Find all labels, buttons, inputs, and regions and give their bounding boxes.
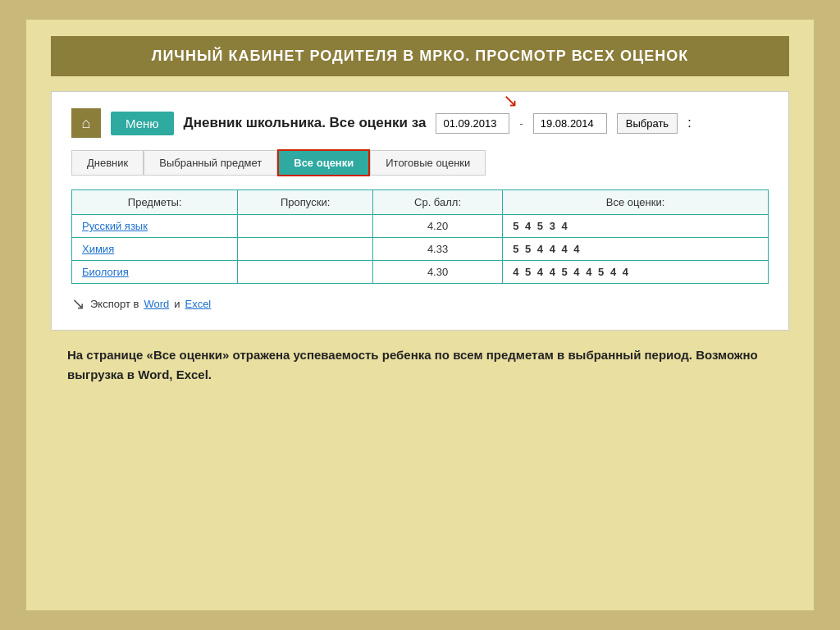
subject-cell: Биология	[72, 261, 238, 284]
tab-subject-label: Выбранный предмет	[159, 157, 262, 169]
export-word-link[interactable]: Word	[144, 298, 169, 310]
avg-cell: 4.33	[372, 238, 502, 261]
export-row: ↘ Экспорт в Word и Excel	[71, 294, 769, 313]
subject-link[interactable]: Русский язык	[82, 220, 148, 232]
grades-cell: 4 5 4 4 5 4 4 5 4 4	[503, 261, 769, 284]
tab-diary-label: Дневник	[87, 157, 128, 169]
export-arrow-icon: ↘	[71, 294, 85, 313]
home-icon: ⌂	[82, 115, 91, 132]
date-from-input[interactable]	[436, 113, 509, 134]
table-row: Химия4.335 5 4 4 4 4	[72, 238, 769, 261]
menu-button[interactable]: Меню	[111, 112, 174, 135]
bottom-text-content: На странице «Все оценки» отражена успева…	[67, 348, 758, 381]
excel-link-text: Excel	[185, 298, 211, 310]
date-separator: -	[519, 117, 523, 130]
subject-link[interactable]: Химия	[82, 243, 114, 255]
export-excel-link[interactable]: Excel	[185, 298, 211, 310]
diary-title: Дневник школьника. Все оценки за	[184, 115, 427, 131]
slide-container: ЛИЧНЫЙ КАБИНЕТ РОДИТЕЛЯ В МРКО. ПРОСМОТР…	[26, 20, 814, 610]
tab-final-grades[interactable]: Итоговые оценки	[370, 150, 486, 176]
export-label-before: Экспорт в	[90, 298, 139, 310]
absences-cell	[238, 261, 373, 284]
table-row: Русский язык4.205 4 5 3 4	[72, 215, 769, 238]
choose-label: Выбрать	[626, 117, 669, 130]
title-text: ЛИЧНЫЙ КАБИНЕТ РОДИТЕЛЯ В МРКО. ПРОСМОТР…	[152, 48, 688, 64]
word-link-text: Word	[144, 298, 169, 310]
avg-cell: 4.20	[372, 215, 502, 238]
date-from-container: ↘	[436, 113, 509, 134]
grades-cell: 5 4 5 3 4	[503, 215, 769, 238]
subject-cell: Химия	[72, 238, 238, 261]
absences-cell	[238, 215, 373, 238]
col-subjects: Предметы:	[72, 190, 238, 215]
content-area: ⌂ Меню Дневник школьника. Все оценки за …	[51, 91, 789, 331]
tab-all-grades[interactable]: Все оценки	[277, 149, 370, 176]
col-grades: Все оценки:	[503, 190, 769, 215]
subject-cell: Русский язык	[72, 215, 238, 238]
grades-cell: 5 5 4 4 4 4	[503, 238, 769, 261]
absences-cell	[238, 238, 373, 261]
tabs-row: Дневник Выбранный предмет Все оценки Ито…	[71, 149, 769, 176]
bottom-description: На странице «Все оценки» отражена успева…	[51, 345, 789, 385]
tab-final-grades-label: Итоговые оценки	[386, 157, 470, 169]
avg-cell: 4.30	[372, 261, 502, 284]
colon-text: :	[687, 116, 691, 130]
tab-all-grades-label: Все оценки	[294, 157, 354, 169]
home-button[interactable]: ⌂	[71, 108, 101, 138]
grades-table: Предметы: Пропуски: Ср. балл: Все оценки…	[71, 189, 769, 284]
export-label-middle: и	[174, 298, 180, 310]
date-to-input[interactable]	[533, 113, 607, 134]
subject-link[interactable]: Биология	[82, 266, 129, 278]
slide-title: ЛИЧНЫЙ КАБИНЕТ РОДИТЕЛЯ В МРКО. ПРОСМОТР…	[51, 36, 789, 76]
table-header-row: Предметы: Пропуски: Ср. балл: Все оценки…	[72, 190, 769, 215]
tab-diary[interactable]: Дневник	[71, 150, 144, 176]
tab-subject[interactable]: Выбранный предмет	[144, 150, 277, 176]
menu-label: Меню	[126, 116, 159, 130]
table-row: Биология4.304 5 4 4 5 4 4 5 4 4	[72, 261, 769, 284]
col-avg: Ср. балл:	[372, 190, 502, 215]
col-absences: Пропуски:	[238, 190, 373, 215]
choose-button[interactable]: Выбрать	[617, 113, 678, 134]
header-row: ⌂ Меню Дневник школьника. Все оценки за …	[71, 108, 769, 138]
arrow-icon: ↘	[503, 90, 518, 112]
